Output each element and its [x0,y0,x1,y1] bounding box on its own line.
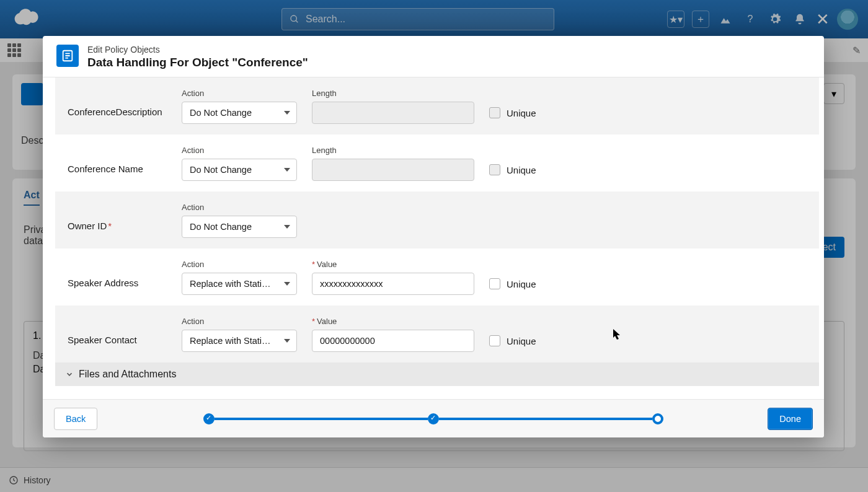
value-input[interactable] [312,330,474,352]
search-placeholder: Search... [306,14,345,25]
unique-label: Unique [507,336,536,346]
step-progress [203,413,663,424]
unique-label: Unique [507,108,536,118]
value-input[interactable] [312,273,474,295]
value-label: *Value [312,317,474,326]
field-row: Owner ID*ActionDo Not Change [55,191,819,248]
progress-step-3 [652,413,663,424]
modal-eyebrow: Edit Policy Objects [87,45,308,55]
global-search[interactable]: Search... [281,8,554,30]
length-input [312,102,474,124]
unique-checkbox [489,164,500,175]
progress-line-1 [215,418,428,420]
edit-pencil-icon[interactable]: ✎ [852,45,861,56]
modal-title: Data Handling For Object "Conference" [87,56,308,69]
action-select[interactable]: Do Not Change [182,102,297,124]
action-select[interactable]: Do Not Change [182,216,297,238]
unique-checkbox[interactable] [489,278,500,289]
action-select[interactable]: Replace with Stati… [182,330,297,352]
field-name-label: ConferenceDescription [68,95,167,117]
history-icon [9,475,19,485]
length-input [312,159,474,181]
field-name-label: Owner ID* [68,209,167,231]
length-label: Length [312,146,474,155]
svg-point-0 [291,15,296,21]
salesforce-cloud-logo [10,8,43,30]
section-title: Files and Attachments [79,369,176,380]
progress-step-2 [428,413,439,424]
action-label: Action [182,203,297,212]
favorites-icon[interactable]: ★▾ [667,11,684,28]
progress-line-2 [439,418,652,420]
field-row: Speaker ContactActionReplace with Stati…… [55,305,819,362]
action-label: Action [182,146,297,155]
field-name-label: Speaker Contact [68,323,167,345]
search-icon [290,14,299,24]
setup-gear-icon[interactable] [766,11,784,28]
field-row: ConferenceDescriptionActionDo Not Change… [55,77,819,134]
back-button[interactable]: Back [54,408,97,430]
field-name-label: Conference Name [68,152,167,174]
done-button[interactable]: Done [768,408,813,430]
trailhead-icon[interactable] [717,11,734,28]
app-launcher-icon[interactable] [7,43,21,57]
chevron-down-icon [65,370,74,379]
record-actions-dropdown[interactable]: ▾ [823,83,844,104]
history-label[interactable]: History [24,475,51,485]
modal-header: Edit Policy Objects Data Handling For Ob… [43,36,824,77]
length-label: Length [312,89,474,98]
close-icon[interactable]: ✕ [816,10,830,29]
field-row: Speaker AddressActionReplace with Stati…… [55,248,819,305]
object-icon [21,83,43,105]
action-select[interactable]: Do Not Change [182,159,297,181]
utility-bar: History [0,467,868,492]
global-header: Search... ★▾ ＋ ? ✕ [0,0,868,38]
help-icon[interactable]: ? [742,11,759,28]
user-avatar[interactable] [837,9,858,30]
action-select[interactable]: Replace with Stati… [182,273,297,295]
action-label: Action [182,317,297,326]
field-row: Conference NameActionDo Not ChangeLength… [55,134,819,191]
progress-step-1 [203,413,215,424]
tab-actions[interactable]: Act [24,190,40,206]
action-label: Action [182,89,297,98]
header-utility-icons: ★▾ ＋ ? ✕ [667,9,858,30]
value-label: *Value [312,260,474,269]
edit-policy-modal: Edit Policy Objects Data Handling For Ob… [43,36,824,437]
field-rows-scroll[interactable]: ConferenceDescriptionActionDo Not Change… [55,77,819,399]
unique-label: Unique [507,165,536,175]
action-label: Action [182,260,297,269]
unique-checkbox [489,107,500,118]
notifications-icon[interactable] [791,11,808,28]
unique-label: Unique [507,279,536,289]
unique-checkbox[interactable] [489,335,500,346]
files-attachments-section[interactable]: Files and Attachments [55,362,819,386]
modal-header-icon [56,45,79,67]
modal-footer: Back Done [43,399,824,437]
add-icon[interactable]: ＋ [692,11,709,28]
field-name-label: Speaker Address [68,266,167,288]
svg-line-1 [296,20,298,22]
